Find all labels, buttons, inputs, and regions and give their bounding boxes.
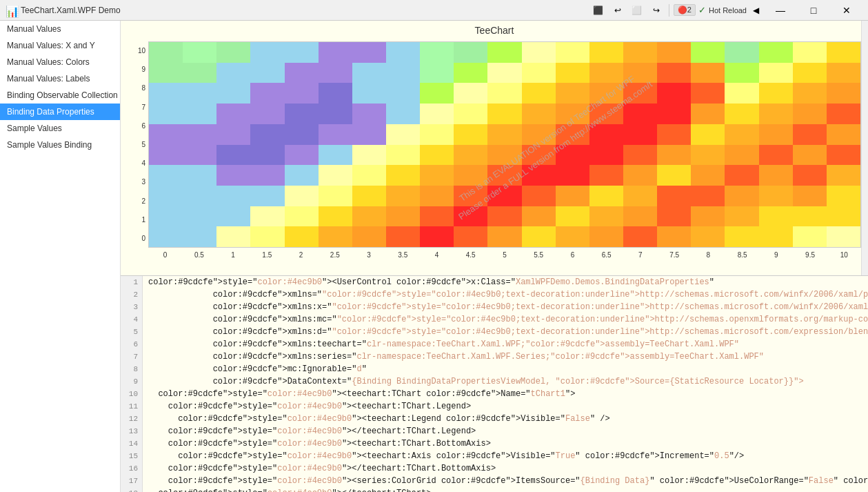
y-label-0: 0 bbox=[121, 229, 148, 248]
color-cell-9-6 bbox=[352, 226, 386, 247]
color-cell-7-13 bbox=[589, 186, 623, 206]
color-cell-1-13 bbox=[589, 63, 623, 83]
color-row-1 bbox=[149, 63, 860, 83]
color-cell-8-5 bbox=[319, 206, 352, 227]
color-cell-6-12 bbox=[556, 165, 589, 186]
color-cell-4-16 bbox=[691, 124, 725, 145]
x-label-13: 6.5 bbox=[589, 251, 623, 259]
color-cell-9-5 bbox=[319, 226, 352, 247]
color-cell-1-9 bbox=[454, 63, 487, 83]
x-label-7: 3.5 bbox=[386, 251, 420, 259]
color-cell-3-12 bbox=[556, 104, 589, 124]
code-line-13: 13 color:#9cdcfe">style="color:#4ec9b0">… bbox=[121, 425, 868, 437]
color-cell-9-0 bbox=[149, 226, 183, 247]
color-cell-8-8 bbox=[420, 206, 454, 227]
color-cell-2-13 bbox=[589, 83, 623, 104]
y-label-2: 2 bbox=[121, 191, 148, 210]
color-cell-3-19 bbox=[793, 104, 827, 124]
color-cell-8-10 bbox=[487, 206, 521, 227]
color-cell-0-7 bbox=[386, 42, 420, 63]
toolbar-btn-1[interactable]: ⬛ bbox=[590, 3, 607, 18]
line-number-15: 15 bbox=[121, 450, 143, 462]
color-cell-9-11 bbox=[522, 226, 556, 247]
color-cell-2-3 bbox=[250, 83, 284, 104]
color-cell-1-10 bbox=[487, 63, 521, 83]
code-line-4: 4 color:#9cdcfe">xmlns:mc=""color:#9cdcf… bbox=[121, 313, 868, 326]
color-cell-6-14 bbox=[623, 165, 657, 186]
line-content-12: color:#9cdcfe">style="color:#4ec9b0"><te… bbox=[143, 413, 610, 425]
color-cell-5-5 bbox=[319, 145, 352, 166]
code-area[interactable]: 1color:#9cdcfe">style="color:#4ec9b0"><U… bbox=[121, 276, 868, 492]
chart-scrollbar[interactable] bbox=[861, 21, 868, 275]
x-label-2: 1 bbox=[216, 251, 250, 259]
color-cell-2-15 bbox=[657, 83, 691, 104]
minimize-button[interactable]: — bbox=[765, 0, 796, 21]
line-content-14: color:#9cdcfe">style="color:#4ec9b0"><te… bbox=[143, 437, 491, 450]
toolbar-btn-3[interactable]: ⬜ bbox=[629, 3, 645, 18]
code-line-6: 6 color:#9cdcfe">xmlns:teechart="clr-nam… bbox=[121, 338, 868, 351]
color-cell-1-7 bbox=[386, 63, 420, 83]
title-bar: 📊 TeeChart.Xaml.WPF Demo ⬛ ↩ ⬜ ↪ 🔴2 ✓ Ho… bbox=[0, 0, 868, 21]
color-cell-1-3 bbox=[250, 63, 284, 83]
title-bar-buttons: — □ ✕ bbox=[765, 0, 862, 21]
color-cell-8-6 bbox=[352, 206, 386, 227]
color-cell-4-1 bbox=[183, 124, 216, 145]
sidebar-item-sample-values[interactable]: Sample Values bbox=[0, 120, 120, 137]
close-button[interactable]: ✕ bbox=[831, 0, 862, 21]
color-cell-8-7 bbox=[386, 206, 420, 227]
line-content-11: color:#9cdcfe">style="color:#4ec9b0"><te… bbox=[143, 400, 471, 413]
color-cell-5-17 bbox=[725, 145, 758, 166]
color-cell-5-3 bbox=[250, 145, 284, 166]
maximize-button[interactable]: □ bbox=[798, 0, 829, 21]
toolbar-btn-2[interactable]: ↩ bbox=[609, 3, 626, 18]
hot-reload-arrow[interactable]: ◀ bbox=[749, 3, 762, 18]
sidebar-item-manual-values[interactable]: Manual Values bbox=[0, 21, 120, 37]
line-content-1: color:#9cdcfe">style="color:#4ec9b0"><Us… bbox=[143, 276, 714, 288]
color-cell-7-16 bbox=[691, 186, 725, 206]
line-content-16: color:#9cdcfe">style="color:#4ec9b0"></t… bbox=[143, 462, 496, 475]
sidebar-item-manual-values-xy[interactable]: Manual Values: X and Y bbox=[0, 37, 120, 54]
chart-title: TeeChart bbox=[121, 21, 868, 36]
color-cell-5-4 bbox=[285, 145, 319, 166]
color-cell-6-5 bbox=[319, 165, 352, 186]
color-cell-1-14 bbox=[623, 63, 657, 83]
sidebar-item-binding-observable[interactable]: Binding Observable Collection bbox=[0, 87, 120, 104]
color-cell-1-0 bbox=[149, 63, 183, 83]
color-cell-8-17 bbox=[725, 206, 758, 227]
color-cell-2-16 bbox=[691, 83, 725, 104]
color-cell-5-19 bbox=[793, 145, 827, 166]
x-axis: 00.511.522.533.544.555.566.577.588.599.5… bbox=[148, 251, 861, 272]
color-cell-8-16 bbox=[691, 206, 725, 227]
color-cell-7-18 bbox=[759, 186, 793, 206]
sidebar-item-sample-values-binding[interactable]: Sample Values Binding bbox=[0, 137, 120, 153]
sidebar-item-manual-values-labels[interactable]: Manual Values: Labels bbox=[0, 70, 120, 87]
color-cell-3-20 bbox=[827, 104, 860, 124]
color-cell-6-8 bbox=[420, 165, 454, 186]
color-cell-3-10 bbox=[487, 104, 521, 124]
sidebar-item-binding-data-props[interactable]: Binding Data Properties bbox=[0, 104, 120, 120]
x-label-17: 8.5 bbox=[725, 251, 759, 259]
line-number-16: 16 bbox=[121, 462, 143, 475]
color-cell-3-5 bbox=[319, 104, 352, 124]
color-cell-1-12 bbox=[556, 63, 589, 83]
x-label-18: 9 bbox=[759, 251, 793, 259]
color-cell-8-19 bbox=[793, 206, 827, 227]
code-line-10: 10 color:#9cdcfe">style="color:#4ec9b0">… bbox=[121, 388, 868, 400]
code-line-11: 11 color:#9cdcfe">style="color:#4ec9b0">… bbox=[121, 400, 868, 413]
toolbar-btn-4[interactable]: ↪ bbox=[648, 3, 665, 18]
line-content-8: color:#9cdcfe">mc:Ignorable="d" bbox=[143, 363, 367, 375]
color-cell-1-1 bbox=[183, 63, 216, 83]
color-cell-9-13 bbox=[589, 226, 623, 247]
color-cell-2-9 bbox=[454, 83, 487, 104]
color-cell-5-14 bbox=[623, 145, 657, 166]
color-cell-0-1 bbox=[183, 42, 216, 63]
color-cell-3-0 bbox=[149, 104, 183, 124]
y-label-4: 4 bbox=[121, 154, 148, 173]
sidebar-item-manual-values-colors[interactable]: Manual Values: Colors bbox=[0, 54, 120, 70]
color-cell-8-14 bbox=[623, 206, 657, 227]
color-cell-5-6 bbox=[352, 145, 386, 166]
color-cell-3-14 bbox=[623, 104, 657, 124]
color-cell-4-12 bbox=[556, 124, 589, 145]
color-cell-2-7 bbox=[386, 83, 420, 104]
line-content-9: color:#9cdcfe">DataContext="{Binding Bin… bbox=[143, 375, 804, 388]
